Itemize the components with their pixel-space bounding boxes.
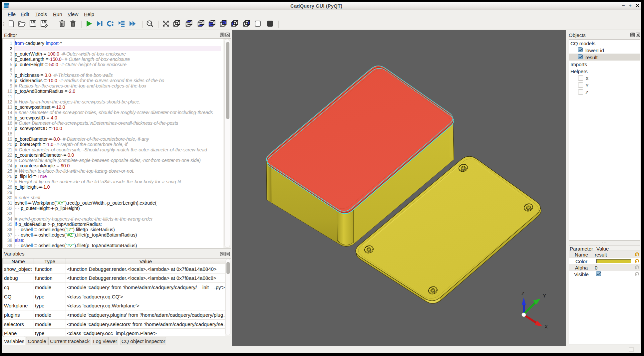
svg-text:X: X xyxy=(544,324,548,329)
svg-text:Z: Z xyxy=(521,290,524,296)
svg-text:Y: Y xyxy=(543,293,546,298)
